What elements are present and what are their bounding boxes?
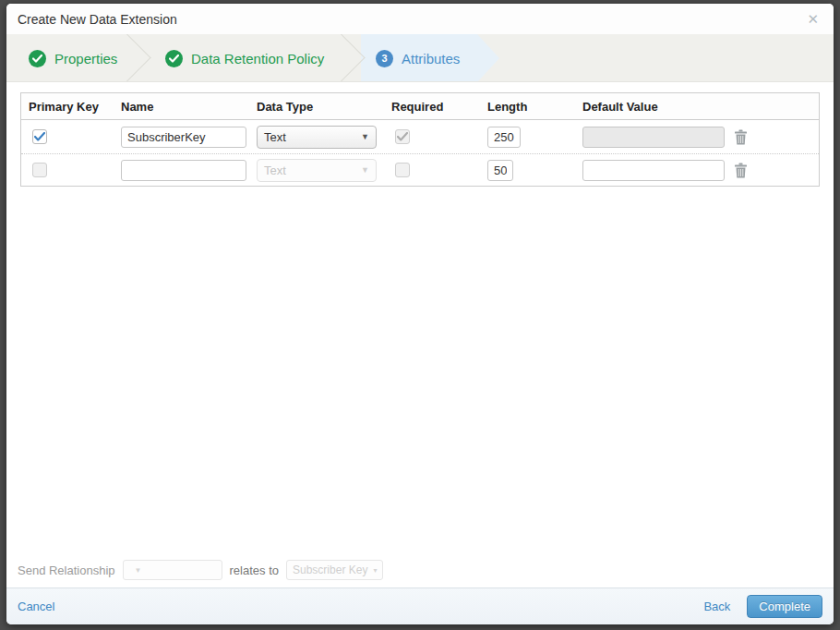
step-attributes[interactable]: 3 Attributes xyxy=(376,34,460,82)
cancel-link[interactable]: Cancel xyxy=(18,600,54,613)
data-type-value: Text xyxy=(264,164,286,177)
header-data-type: Data Type xyxy=(249,100,384,114)
delete-row-icon[interactable] xyxy=(734,129,748,145)
default-value-input[interactable] xyxy=(582,160,725,181)
chevron-down-icon: ▾ xyxy=(373,566,377,575)
send-relationship-label: Send Relationship xyxy=(18,563,115,577)
delete-row-icon[interactable] xyxy=(734,163,748,178)
required-checkbox xyxy=(395,163,410,177)
relates-to-field-value: Subscriber Key xyxy=(293,563,367,576)
required-checkbox xyxy=(395,129,410,144)
modal-footer: Cancel Back Complete xyxy=(6,588,834,624)
send-relationship-select: ▼ xyxy=(123,560,222,580)
name-input[interactable] xyxy=(121,160,246,181)
data-type-select[interactable]: Text ▼ xyxy=(257,126,377,149)
header-name: Name xyxy=(114,100,249,114)
table-row: Text ▼ xyxy=(21,154,819,186)
header-required: Required xyxy=(384,100,480,114)
header-length: Length xyxy=(480,100,575,114)
length-input[interactable] xyxy=(487,127,521,148)
send-relationship-row: Send Relationship ▼ relates to Subscribe… xyxy=(6,552,834,588)
wizard-stepbar: Properties Data Retention Policy 3 Attri… xyxy=(6,34,834,82)
check-circle-icon xyxy=(165,50,183,67)
header-default-value: Default Value xyxy=(575,100,723,114)
chevron-down-icon: ▼ xyxy=(361,132,369,141)
primary-key-checkbox[interactable] xyxy=(32,129,47,144)
chevron-down-icon: ▼ xyxy=(135,566,142,575)
attributes-table: Primary Key Name Data Type Required Leng… xyxy=(20,92,820,187)
primary-key-checkbox xyxy=(32,163,47,177)
relates-to-label: relates to xyxy=(230,563,279,577)
step-data-retention-policy[interactable]: Data Retention Policy xyxy=(165,34,324,82)
data-type-select: Text ▼ xyxy=(257,159,377,182)
check-circle-icon xyxy=(29,50,46,67)
data-type-value: Text xyxy=(264,130,286,144)
step-number-icon: 3 xyxy=(376,50,393,67)
step-data-retention-policy-label: Data Retention Policy xyxy=(191,51,324,67)
chevron-down-icon: ▼ xyxy=(361,165,369,175)
close-icon[interactable]: ✕ xyxy=(803,10,822,28)
create-data-extension-modal: Create New Data Extension ✕ Properties D… xyxy=(6,4,834,624)
default-value-input xyxy=(582,127,725,148)
modal-title: Create New Data Extension xyxy=(18,12,177,27)
header-primary-key: Primary Key xyxy=(21,100,114,114)
modal-titlebar: Create New Data Extension ✕ xyxy=(6,4,834,34)
table-row: Text ▼ xyxy=(21,120,819,154)
complete-button[interactable]: Complete xyxy=(747,595,822,618)
table-header-row: Primary Key Name Data Type Required Leng… xyxy=(21,93,819,120)
name-input[interactable] xyxy=(121,127,246,148)
back-link[interactable]: Back xyxy=(703,600,730,613)
relates-to-field-select: Subscriber Key ▾ xyxy=(286,560,383,580)
step-attributes-label: Attributes xyxy=(402,51,460,67)
length-input[interactable] xyxy=(487,160,513,181)
